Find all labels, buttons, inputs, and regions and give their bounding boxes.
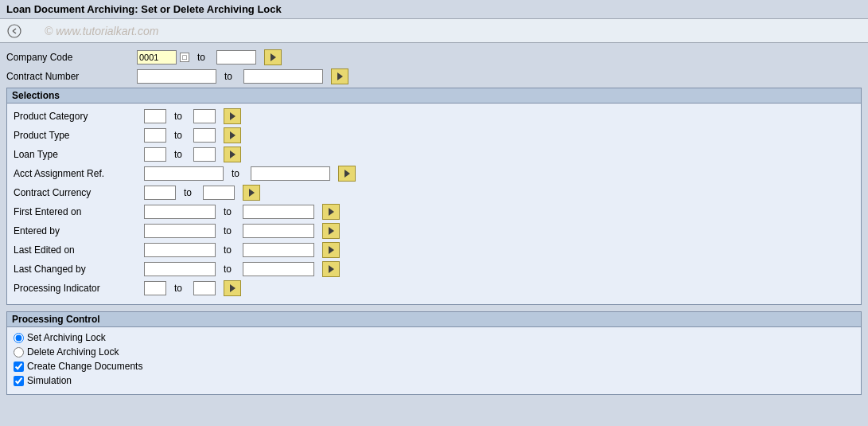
contract-number-from-input[interactable]: [137, 69, 216, 84]
currency-from[interactable]: [144, 186, 176, 200]
product-type-from[interactable]: [144, 128, 166, 143]
acct-ref-row: Acct Assignment Ref. to: [14, 166, 854, 182]
company-code-input[interactable]: [137, 50, 177, 64]
last-changed-nav[interactable]: [322, 261, 340, 277]
main-content: Company Code □ to Contract Number to Sel…: [0, 43, 868, 408]
set-archiving-row: Set Archiving Lock: [14, 332, 854, 343]
currency-nav[interactable]: [243, 185, 260, 201]
last-changed-row: Last Changed by to: [14, 261, 854, 277]
last-changed-from[interactable]: [144, 262, 216, 276]
currency-label: Contract Currency: [14, 187, 141, 198]
delete-archiving-row: Delete Archiving Lock: [14, 346, 854, 358]
loan-type-row: Loan Type to: [14, 147, 854, 162]
create-change-checkbox[interactable]: [14, 362, 24, 372]
title-bar: Loan Document Archiving: Set or Delete A…: [0, 0, 868, 19]
processing-content: Set Archiving Lock Delete Archiving Lock…: [7, 327, 861, 394]
entered-by-from[interactable]: [144, 224, 216, 238]
processing-header: Processing Control: [7, 312, 861, 327]
processing-section: Processing Control Set Archiving Lock De…: [6, 311, 862, 395]
to-label-pi: to: [174, 283, 185, 294]
entered-by-label: Entered by: [14, 225, 141, 236]
first-entered-nav[interactable]: [322, 204, 340, 220]
product-category-row: Product Category to: [14, 108, 854, 124]
set-archiving-label[interactable]: Set Archiving Lock: [27, 332, 106, 343]
contract-number-to-input[interactable]: [243, 69, 323, 84]
company-code-row: Company Code □ to: [6, 49, 862, 65]
product-type-nav[interactable]: [224, 127, 241, 143]
acct-ref-label: Acct Assignment Ref.: [14, 168, 141, 179]
selections-content: Product Category to Product Type to: [7, 104, 861, 304]
acct-ref-from[interactable]: [144, 166, 224, 181]
currency-to[interactable]: [203, 186, 235, 200]
contract-number-label: Contract Number: [6, 71, 134, 82]
last-changed-to[interactable]: [243, 262, 314, 276]
back-button[interactable]: [6, 23, 22, 39]
processing-indicator-from[interactable]: [144, 281, 166, 295]
create-change-label[interactable]: Create Change Documents: [27, 361, 142, 372]
svg-point-0: [8, 25, 21, 37]
processing-indicator-to[interactable]: [193, 281, 216, 295]
last-edited-row: Last Edited on to: [14, 242, 854, 258]
last-edited-label: Last Edited on: [14, 244, 141, 256]
last-edited-to[interactable]: [243, 243, 314, 257]
product-category-nav[interactable]: [224, 108, 241, 124]
entered-by-row: Entered by to: [14, 223, 854, 239]
company-code-label: Company Code: [6, 52, 134, 63]
simulation-label[interactable]: Simulation: [27, 375, 72, 386]
to-label-pc: to: [174, 111, 185, 122]
processing-indicator-label: Processing Indicator: [14, 283, 141, 294]
to-label-pt: to: [174, 130, 185, 141]
loan-type-label: Loan Type: [14, 149, 141, 160]
to-label-fe: to: [224, 206, 235, 217]
create-change-row: Create Change Documents: [14, 361, 854, 372]
product-category-label: Product Category: [14, 111, 141, 122]
selections-section: Selections Product Category to Product T…: [6, 88, 862, 305]
last-changed-label: Last Changed by: [14, 264, 141, 275]
simulation-row: Simulation: [14, 375, 854, 386]
set-archiving-radio[interactable]: [14, 333, 24, 343]
to-label-eb: to: [224, 225, 235, 236]
product-category-to[interactable]: [193, 109, 216, 123]
contract-number-row: Contract Number to: [6, 68, 862, 84]
company-code-nav-btn[interactable]: [264, 49, 282, 65]
first-entered-from[interactable]: [144, 205, 216, 219]
processing-indicator-nav[interactable]: [224, 280, 241, 296]
page-title: Loan Document Archiving: Set or Delete A…: [6, 3, 282, 15]
product-type-label: Product Type: [14, 130, 141, 141]
first-entered-to[interactable]: [243, 205, 314, 219]
currency-row: Contract Currency to: [14, 185, 854, 201]
entered-by-nav[interactable]: [322, 223, 340, 239]
acct-ref-nav[interactable]: [338, 166, 356, 182]
acct-ref-to[interactable]: [251, 166, 330, 181]
processing-indicator-row: Processing Indicator to: [14, 280, 854, 296]
to-label-contract: to: [224, 71, 235, 82]
first-entered-label: First Entered on: [14, 206, 141, 217]
loan-type-nav[interactable]: [224, 147, 241, 162]
first-entered-row: First Entered on to: [14, 204, 854, 220]
delete-archiving-label[interactable]: Delete Archiving Lock: [27, 346, 119, 358]
watermark: © www.tutorialkart.com: [45, 25, 158, 37]
last-edited-nav[interactable]: [322, 242, 340, 258]
product-type-row: Product Type to: [14, 127, 854, 143]
delete-archiving-radio[interactable]: [14, 347, 24, 358]
contract-number-nav-btn[interactable]: [331, 68, 348, 84]
to-label-ar: to: [232, 168, 243, 179]
to-label-lt: to: [174, 149, 185, 160]
toolbar: © www.tutorialkart.com: [0, 19, 868, 43]
simulation-checkbox[interactable]: [14, 376, 24, 386]
to-label-cc: to: [184, 187, 195, 198]
company-code-expand[interactable]: □: [180, 53, 189, 62]
loan-type-to[interactable]: [193, 147, 216, 162]
to-label-company: to: [197, 52, 208, 63]
selections-header: Selections: [7, 88, 861, 104]
loan-type-from[interactable]: [144, 147, 166, 162]
product-type-to[interactable]: [193, 128, 216, 143]
to-label-le: to: [224, 244, 235, 256]
to-label-lc: to: [224, 264, 235, 275]
last-edited-from[interactable]: [144, 243, 216, 257]
company-code-to-input[interactable]: [216, 50, 256, 64]
product-category-from[interactable]: [144, 109, 166, 123]
entered-by-to[interactable]: [243, 224, 314, 238]
